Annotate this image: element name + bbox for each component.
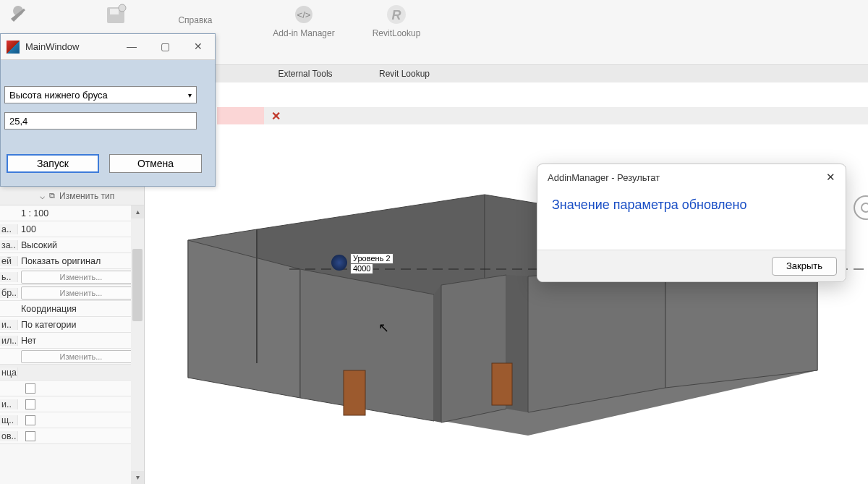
property-value[interactable]: Высокий [18, 240, 144, 250]
ribbon-revitlookup[interactable]: R RevitLookup [360, 0, 433, 38]
result-dialog: AddinManager - Результат ✕ Значение пара… [537, 164, 846, 282]
combo-value: Высота нижнего бруса [9, 90, 108, 101]
property-label: и.. [0, 399, 18, 409]
property-row[interactable]: ь..Изменить... [0, 269, 144, 285]
property-label: нца [0, 368, 18, 378]
ribbon-tool-1[interactable] [0, 0, 36, 29]
svg-rect-20 [344, 370, 365, 415]
property-row[interactable] [0, 381, 144, 396]
property-checkbox[interactable] [25, 383, 35, 394]
result-titlebar[interactable]: AddinManager - Результат ✕ [537, 164, 846, 190]
property-row[interactable]: Изменить... [0, 349, 144, 365]
properties-scrollbar[interactable]: ▴ ▾ [131, 205, 144, 484]
ribbon-addin-manager[interactable]: </> Add-in Manager [260, 0, 347, 38]
svg-point-3 [119, 4, 126, 12]
close-tab-icon[interactable]: ✕ [271, 109, 281, 123]
property-label: ил.. [0, 336, 18, 346]
level-name-tag[interactable]: Уровень 2 [350, 253, 393, 264]
property-label: ь.. [0, 272, 18, 282]
property-edit-button[interactable]: Изменить... [21, 286, 141, 300]
edit-type-row[interactable]: ⌵ ⧉ Изменить тип [0, 187, 144, 205]
value-input[interactable] [4, 112, 197, 130]
property-row[interactable]: ейПоказать оригинал [0, 253, 144, 269]
property-value[interactable]: Нет [18, 336, 144, 346]
property-row[interactable]: щ.. [0, 412, 144, 428]
property-label: а.. [0, 224, 18, 234]
svg-rect-21 [492, 363, 512, 405]
svg-rect-2 [110, 9, 119, 14]
level-elev-tag[interactable]: 4000 [350, 263, 373, 274]
property-row[interactable]: ов.. [0, 428, 144, 444]
property-label: за.. [0, 240, 18, 250]
minimize-button[interactable]: — [115, 36, 148, 58]
scroll-thumb[interactable] [132, 249, 142, 321]
property-value[interactable]: Координация [18, 304, 144, 314]
property-label: ей [0, 256, 18, 266]
edit-type-label: Изменить тип [59, 191, 114, 201]
app-icon [7, 41, 20, 54]
svg-marker-18 [528, 266, 665, 412]
property-row[interactable]: Координация [0, 301, 144, 317]
property-label: щ.. [0, 415, 18, 425]
property-value[interactable]: По категории [18, 320, 144, 330]
svg-text:</>: </> [297, 9, 311, 20]
property-label: и.. [0, 320, 18, 330]
property-value[interactable]: 100 [18, 224, 144, 234]
result-title: AddinManager - Результат [548, 172, 660, 183]
close-window-button[interactable]: ✕ [182, 36, 215, 58]
property-row[interactable]: а..100 [0, 221, 144, 237]
svg-marker-15 [434, 285, 441, 423]
panel-revit-lookup: Revit Lookup [365, 69, 444, 79]
property-edit-button[interactable]: Изменить... [21, 350, 141, 363]
property-label: бр.. [0, 288, 18, 298]
property-row[interactable]: бр..Изменить... [0, 285, 144, 301]
cancel-button[interactable]: Отмена [109, 154, 202, 173]
properties-palette: ⌵ ⧉ Изменить тип 1 : 100а..100за..Высоки… [0, 187, 145, 484]
property-row[interactable]: и..По категории [0, 317, 144, 333]
property-checkbox[interactable] [25, 399, 35, 409]
property-value[interactable]: Показать оригинал [18, 256, 144, 266]
property-row[interactable]: нца [0, 365, 144, 381]
mainwindow-title: MainWindow [25, 41, 115, 52]
svg-marker-14 [300, 269, 434, 421]
property-row[interactable]: за..Высокий [0, 237, 144, 253]
run-button[interactable]: Запуск [7, 154, 99, 173]
maximize-button[interactable]: ▢ [148, 36, 182, 58]
property-edit-button[interactable]: Изменить... [21, 271, 141, 284]
panel-external-tools: External Tools [260, 69, 350, 79]
parameter-combo[interactable]: Высота нижнего бруса ▾ [4, 86, 197, 103]
result-message: Значение параметра обновлено [537, 190, 846, 213]
mainwindow-dialog: MainWindow — ▢ ✕ Высота нижнего бруса ▾ … [0, 33, 216, 187]
result-close-button[interactable]: Закрыть [772, 257, 837, 276]
scroll-down-icon[interactable]: ▾ [131, 471, 144, 484]
mainwindow-titlebar[interactable]: MainWindow — ▢ ✕ [1, 34, 215, 60]
scroll-up-icon[interactable]: ▴ [131, 205, 144, 218]
chevron-down-icon: ⌵ [40, 191, 45, 201]
tab-highlight [217, 107, 264, 124]
property-row[interactable]: ил..Нет [0, 333, 144, 349]
property-row[interactable]: 1 : 100 [0, 205, 144, 221]
svg-text:R: R [392, 8, 401, 22]
property-checkbox[interactable] [25, 415, 35, 425]
property-checkbox[interactable] [25, 431, 35, 441]
view-tab-bar: ✕ [217, 107, 868, 124]
ribbon-save[interactable] [94, 0, 137, 29]
property-row[interactable]: и.. [0, 396, 144, 412]
chevron-down-icon: ▾ [188, 91, 192, 99]
level-marker-icon[interactable] [331, 255, 347, 271]
property-label: ов.. [0, 431, 18, 441]
properties-grid: 1 : 100а..100за..ВысокийейПоказать ориги… [0, 205, 144, 444]
close-icon[interactable]: ✕ [826, 171, 835, 184]
property-value[interactable]: 1 : 100 [18, 208, 144, 218]
